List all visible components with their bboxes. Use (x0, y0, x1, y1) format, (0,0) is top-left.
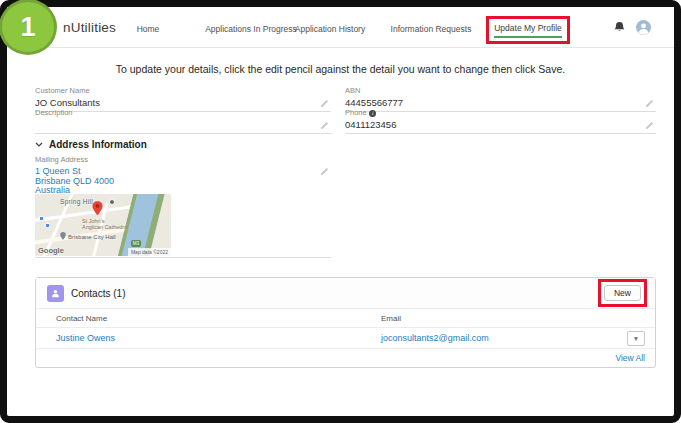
contacts-table-header: Contact Name Email (36, 309, 655, 328)
map-cathedral-label: St John's Anglican Cathedral (82, 218, 128, 230)
annotation-box-new-button: New (598, 279, 647, 307)
row-actions-dropdown-button[interactable]: ▼ (627, 331, 645, 346)
annotation-box-update-my-profile: Update My Profile (486, 16, 570, 44)
step-number: 1 (20, 12, 35, 43)
map-attribution: Map data ©2022 (128, 248, 171, 256)
column-header-email: Email (381, 314, 401, 323)
contacts-card-header: Contacts (1) New (36, 278, 655, 309)
google-logo: Google (38, 246, 64, 255)
edit-pencil-icon[interactable] (320, 121, 329, 130)
mailing-address-label: Mailing Address (35, 155, 331, 165)
map-location-pin-icon (92, 201, 103, 216)
nav-item-update-my-profile[interactable]: Update My Profile (494, 23, 562, 38)
address-map[interactable]: Spring Hill St John's Anglican Cathedral… (35, 194, 171, 256)
map-suburb-label: Spring Hill (60, 198, 93, 205)
map-transit-icon (45, 223, 50, 228)
field-mailing-address: Mailing Address 1 Queen St Brisbane QLD … (35, 155, 331, 196)
chevron-down-icon (35, 142, 43, 147)
address-section-title: Address Information (49, 139, 147, 150)
edit-pencil-icon[interactable] (645, 121, 654, 130)
address-line-2: Brisbane QLD 4000 (35, 177, 331, 187)
address-information-section-header[interactable]: Address Information (35, 139, 147, 150)
mailing-address-underline (35, 257, 331, 258)
column-header-contact-name: Contact Name (56, 314, 381, 323)
nav-item-applications-in-progress[interactable]: Applications In Progress (205, 24, 297, 34)
field-description: Description (35, 108, 331, 134)
page-instruction-text: To update your details, click the edit p… (7, 63, 674, 75)
description-label: Description (35, 108, 331, 118)
customer-name-label: Customer Name (35, 86, 331, 96)
phone-info-icon[interactable]: i (369, 110, 376, 117)
customer-name-value: JO Consultants (35, 97, 317, 108)
contact-table-row: Justine Owens joconsultants2@gmail.com ▼ (36, 328, 655, 349)
notifications-bell-icon[interactable] (613, 21, 626, 34)
brand-logo: nUtilities (63, 20, 116, 35)
screenshot-frame: 1 nUtilities Home Applications In Progre… (0, 0, 681, 423)
contact-email-link[interactable]: joconsultants2@gmail.com (381, 333, 489, 343)
description-value (35, 119, 317, 130)
chevron-down-icon: ▼ (633, 335, 639, 342)
field-phone: Phone i 0411123456 (345, 108, 656, 134)
phone-value: 0411123456 (345, 119, 642, 130)
top-nav: nUtilities Home Applications In Progress… (7, 7, 674, 48)
abn-label: ABN (345, 86, 656, 96)
mailing-address-value[interactable]: 1 Queen St Brisbane QLD 4000 Australia (35, 167, 331, 196)
nav-item-information-requests[interactable]: Information Requests (391, 24, 472, 34)
map-cityhall-label: Brisbane City Hall (68, 234, 116, 240)
step-number-badge: 1 (0, 0, 57, 55)
new-contact-button[interactable]: New (604, 285, 641, 301)
map-transit-icon (39, 216, 44, 221)
contacts-card: Contacts (1) New Contact Name Email Just… (35, 277, 656, 368)
user-avatar-icon[interactable] (636, 20, 651, 35)
phone-label: Phone (345, 108, 367, 118)
edit-pencil-icon[interactable] (645, 99, 654, 108)
contacts-icon (47, 285, 64, 302)
contacts-title: Contacts (1) (71, 288, 125, 299)
edit-pencil-icon[interactable] (320, 167, 329, 176)
nav-item-application-history[interactable]: Application History (295, 24, 365, 34)
view-all-link[interactable]: View All (615, 353, 645, 363)
abn-value: 44455566777 (345, 97, 642, 108)
contacts-card-footer: View All (36, 349, 655, 366)
map-poi-pin-icon (60, 232, 66, 240)
map-motorway-shield: M3 (131, 240, 141, 247)
nav-item-home[interactable]: Home (137, 24, 160, 34)
edit-pencil-icon[interactable] (320, 99, 329, 108)
map-poi-dot (109, 199, 115, 205)
contact-name-link[interactable]: Justine Owens (56, 333, 115, 343)
